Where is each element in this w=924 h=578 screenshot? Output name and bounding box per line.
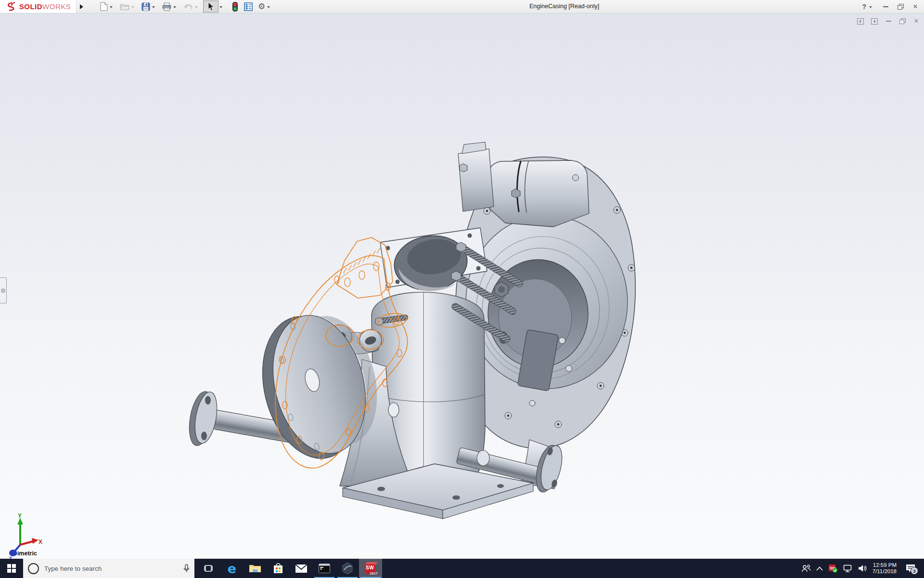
- triad-x-label: X: [38, 539, 42, 545]
- start-button[interactable]: [0, 559, 23, 578]
- gear-icon: ⚙: [258, 2, 265, 11]
- cortana-icon: [28, 563, 39, 574]
- taskbar-store[interactable]: [267, 559, 290, 578]
- file-explorer-icon: [249, 564, 261, 573]
- solidworks-window: × *Dimetric Y X Z SOLIDWORKS: [0, 0, 924, 578]
- open-caret[interactable]: [131, 6, 134, 8]
- collapsed-panel-tab[interactable]: [0, 277, 7, 303]
- task-view-icon: [204, 564, 214, 573]
- solidworks-resource-monitor-icon[interactable]: SW: [828, 564, 838, 573]
- minimize-icon[interactable]: [882, 3, 889, 11]
- store-icon: [273, 563, 283, 574]
- taskbar-command-prompt[interactable]: [313, 559, 336, 578]
- document-title: EngineCasing [Read-only]: [529, 0, 599, 13]
- new-document-button[interactable]: [99, 1, 109, 13]
- microphone-icon[interactable]: [183, 564, 190, 573]
- undo-button[interactable]: [182, 1, 194, 13]
- undo-caret[interactable]: [195, 6, 198, 8]
- system-tray: SW 12:59 PM: [801, 559, 924, 578]
- doc-minimize-icon[interactable]: [885, 17, 892, 25]
- open-button[interactable]: [119, 1, 130, 13]
- search-input[interactable]: [43, 565, 179, 573]
- options-gear-button[interactable]: ⚙: [257, 1, 266, 13]
- network-icon[interactable]: [843, 565, 853, 572]
- graphics-viewport[interactable]: × *Dimetric Y X Z: [0, 13, 924, 559]
- save-caret[interactable]: [152, 6, 155, 8]
- coordinate-triad: Y X Z: [6, 512, 43, 566]
- solidworks-wordmark: SOLIDWORKS: [19, 2, 71, 11]
- display-pane-button[interactable]: [243, 1, 254, 13]
- taskbar-mail[interactable]: [290, 559, 313, 578]
- top-bracket-left[interactable]: [458, 149, 494, 211]
- taskbar-file-explorer[interactable]: [244, 559, 267, 578]
- volume-icon[interactable]: [858, 565, 867, 572]
- panel-tab-dot-icon: [1, 289, 5, 293]
- solidworks-logo: SOLIDWORKS: [0, 0, 77, 13]
- top-bracket[interactable]: [488, 160, 589, 227]
- taskbar: e: [0, 559, 924, 578]
- help-caret[interactable]: [869, 6, 872, 8]
- hexagon-app-icon: [342, 562, 353, 575]
- taskbar-hexagon-app[interactable]: [336, 559, 359, 578]
- triad-y-label: Y: [18, 512, 22, 519]
- notification-badge: 3: [911, 567, 918, 575]
- options-caret[interactable]: [267, 6, 270, 8]
- doc-restore-icon[interactable]: [898, 17, 906, 25]
- solidworks-app-icon: SW 2017: [364, 562, 377, 575]
- task-view-button[interactable]: [197, 559, 220, 578]
- print-caret[interactable]: [173, 6, 176, 8]
- windows-logo-icon: [7, 564, 16, 573]
- select-tool-caret[interactable]: [219, 6, 222, 8]
- solidworks-ds-mark-icon: [5, 2, 18, 12]
- titlebar: SOLIDWORKS: [0, 0, 924, 13]
- mail-icon: [295, 565, 307, 573]
- taskbar-edge[interactable]: e: [220, 559, 244, 578]
- close-icon[interactable]: ×: [911, 3, 919, 11]
- taskbar-solidworks-2017[interactable]: SW 2017: [359, 559, 382, 578]
- dock-right-icon[interactable]: [871, 17, 878, 25]
- clock-date: 7/11/2018: [873, 568, 897, 575]
- new-document-caret[interactable]: [110, 6, 113, 8]
- toolbar-expand-arrow[interactable]: [77, 1, 85, 12]
- edge-icon: e: [228, 562, 236, 575]
- taskbar-clock[interactable]: 12:59 PM 7/11/2018: [873, 562, 897, 575]
- command-prompt-icon: [319, 564, 330, 573]
- help-icon[interactable]: ?: [862, 3, 866, 11]
- clock-time: 12:59 PM: [873, 562, 897, 569]
- action-center-button[interactable]: 3: [906, 564, 915, 573]
- taskbar-search[interactable]: [23, 559, 194, 578]
- rebuild-button[interactable]: [231, 1, 239, 13]
- engine-casing-model[interactable]: [0, 13, 924, 559]
- print-button[interactable]: [161, 1, 172, 13]
- people-icon[interactable]: [801, 565, 811, 572]
- select-tool-button[interactable]: [203, 0, 218, 13]
- dock-left-icon[interactable]: [857, 17, 864, 25]
- chevron-up-icon[interactable]: [816, 566, 823, 571]
- standard-toolbar: ⚙: [99, 0, 272, 13]
- window-controls: ? ×: [862, 0, 919, 13]
- restore-icon[interactable]: [897, 3, 904, 11]
- save-button[interactable]: [141, 1, 151, 13]
- document-window-controls: ×: [857, 17, 920, 25]
- doc-close-icon[interactable]: ×: [912, 17, 920, 25]
